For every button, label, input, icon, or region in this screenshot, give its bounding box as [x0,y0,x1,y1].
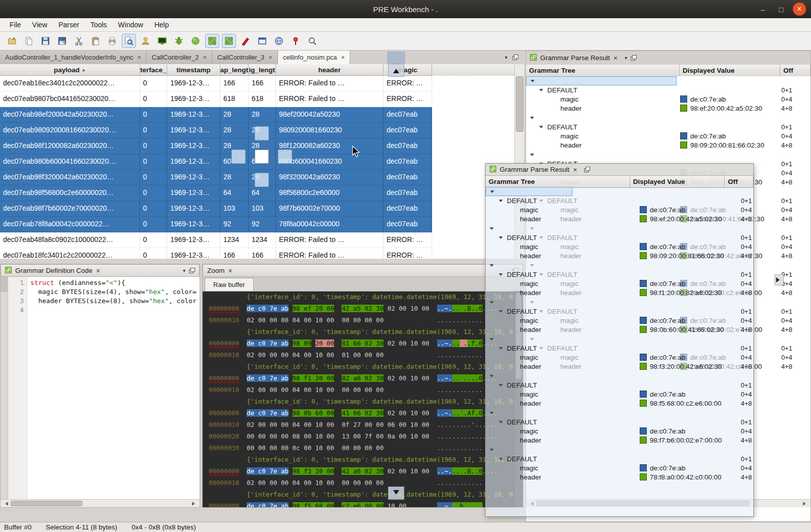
tree-root-row[interactable] [486,187,573,196]
close-icon[interactable]: × [268,54,272,61]
float-panel-icon[interactable] [189,268,195,273]
hex-line[interactable]: 0000002000 00 00 00 08 00 10 00 13 00 7f… [203,430,515,442]
chevron-down-icon[interactable] [539,89,543,93]
menu-item-file[interactable]: File [4,19,27,31]
chevron-down-icon[interactable] [499,273,503,278]
chevron-down-icon[interactable] [531,80,535,84]
tree-column-grammar-tree[interactable]: Grammar Tree [526,65,680,76]
tree-default-row[interactable]: DEFAULT0+1 [486,270,753,279]
chevron-down-icon[interactable] [490,338,494,343]
collapse-panel-icon[interactable] [775,274,784,285]
web-icon[interactable] [272,34,286,48]
search-icon[interactable] [305,34,319,48]
tree-magic-row[interactable]: magicde:c0:7e:ab0+4 [486,316,753,325]
hex-line[interactable]: 00000000de c0 7e ab 98 f1 20 00 82 a6 02… [203,372,515,384]
minimize-button[interactable]: – [756,3,770,16]
save-icon[interactable] [38,34,53,48]
chevron-down-icon[interactable]: ▾ [183,268,185,273]
hex-line[interactable]: 00000000de c0 7e ab 98 ef 20 00 42 a5 02… [203,303,515,314]
tree-default-row[interactable]: DEFAULT0+1 [486,454,753,463]
hex-line[interactable]: 00000000de c0 7e ab 98 f5 68 00 c2 e6 00… [203,500,515,507]
chevron-down-icon[interactable] [530,117,534,121]
code-hscrollbar[interactable] [1,499,200,507]
tree-default-row[interactable]: DEFAULT0+1 [486,344,753,353]
hex-line[interactable]: 0000001002 00 00 00 04 00 10 00 01 00 00… [203,349,515,361]
grammar-panel-icon[interactable] [205,34,219,48]
tab-overflow-icon[interactable]: ▾ [505,55,507,60]
chevron-down-icon[interactable] [490,412,494,416]
table-row[interactable]: dec07eab18ec3401c2c20000022…01969-12-3…1… [0,76,432,91]
tree-root-row[interactable] [486,334,753,344]
tree-default-row[interactable]: DEFAULT0+1 [486,233,753,242]
tree-root-row[interactable] [486,371,753,380]
tree-header-row[interactable]: header98:09:20:00:81:66:02:304+8 [486,251,753,260]
hex-line[interactable]: 0000001002 00 00 00 04 00 10 00 00 00 00… [203,477,515,489]
tree-root-row[interactable] [526,76,677,85]
tree-header-row[interactable]: header98:f1:20:00:82:a6:02:304+8 [486,288,753,297]
parse-result-panel-icon[interactable] [222,34,236,48]
scroll-left-icon[interactable] [3,502,8,506]
column-header-ap_lengt[interactable]: ap_lengt [220,64,249,76]
parse-buffer-icon[interactable] [122,34,136,48]
tree-magic-row[interactable]: magicde:c0:7e:ab0+4 [486,463,753,472]
tree-header-row[interactable]: header98:f3:20:00:42:a6:02:304+8 [486,362,753,371]
table-row[interactable]: dec07eab18fc3401c2c20000022…01969-12-3…1… [0,248,432,259]
chevron-down-icon[interactable]: ▾ [625,55,627,61]
tree-root-row[interactable] [486,261,753,270]
close-icon[interactable]: × [613,54,617,62]
tree-default-row[interactable]: DEFAULT0+1 [526,85,810,94]
tab-CallController_2[interactable]: CallController_2× [147,51,212,64]
column-header-timestamp[interactable]: timestamp [167,64,220,76]
chevron-down-icon[interactable] [490,301,494,306]
close-icon[interactable]: × [137,54,141,61]
table-row[interactable]: dec07eab78f8a00042c0000022…01969-12-3…92… [0,217,432,232]
floating-window-titlebar[interactable]: Grammar Parse Result × [486,164,753,176]
tree-magic-row[interactable]: magicde:c0:7e:ab0+4 [526,94,810,104]
tab-AudioController_1_handleVocoderInfo_sync[interactable]: AudioController_1_handleVocoderInfo_sync… [0,51,147,64]
hex-line[interactable]: 00000000de c0 7e ab 98 f3 20 00 42 a6 02… [203,465,515,477]
new-window-icon[interactable] [255,34,269,48]
chevron-down-icon[interactable] [499,236,503,241]
tree-header-row[interactable]: header98:09:20:00:81:66:02:304+8 [526,140,810,150]
tree-column-displayed-value[interactable]: Displayed Value [630,176,725,187]
tree-magic-row[interactable]: magicde:c0:7e:ab0+4 [486,426,753,436]
tree-default-row[interactable]: DEFAULT0+1 [486,417,753,426]
menu-item-help[interactable]: Help [149,19,174,31]
close-icon[interactable]: × [96,267,100,275]
chevron-down-icon[interactable] [490,449,494,453]
pin-icon[interactable] [289,34,303,48]
paste-icon[interactable] [88,34,103,48]
close-icon[interactable]: × [573,166,577,174]
detach-tab-icon[interactable] [512,55,518,60]
run-icon[interactable] [188,34,203,48]
tree-root-row[interactable] [486,408,753,417]
tree-root-row[interactable] [486,224,753,233]
chevron-down-icon[interactable] [499,421,503,425]
menu-item-parser[interactable]: Parser [53,19,85,31]
table-row[interactable]: dec07eab98f3200042a60230020…01969-12-3…2… [0,170,432,185]
hex-dump-view[interactable]: {'interface_id': 0, 'timestamp': datetim… [203,291,515,507]
chevron-down-icon[interactable] [499,347,503,352]
chevron-down-icon[interactable] [490,227,494,232]
chevron-down-icon[interactable] [499,200,503,204]
scroll-right-icon[interactable] [803,502,808,506]
tree-magic-row[interactable]: magicde:c0:7e:ab0+4 [486,390,753,399]
table-row[interactable]: dec07eab48fa8c0902c10000022…01969-12-3…1… [0,232,432,248]
chevron-down-icon[interactable] [499,310,503,315]
tree-header-row[interactable]: header98:ef:20:00:42:a5:02:304+8 [526,104,810,113]
tree-default-row[interactable]: DEFAULT0+1 [486,196,753,205]
tab-raw-buffer[interactable]: Raw buffer [205,278,254,291]
scrollbar-thumb[interactable] [516,76,523,132]
code-text[interactable]: struct (endianness="<"){ magic BYTES(siz… [27,277,200,500]
marker-icon[interactable] [238,34,253,48]
hex-line[interactable]: 0000001002 00 00 00 04 00 10 00 00 00 00… [203,384,515,396]
menu-item-tools[interactable]: Tools [85,19,113,31]
tree-magic-row[interactable]: magicde:c0:7e:ab0+4 [486,279,753,288]
tree-magic-row[interactable]: magicde:c0:7e:ab0+4 [526,131,810,140]
hex-line[interactable]: 0000003000 00 00 00 0c 00 10 00 00 00 00… [203,442,515,454]
hex-view-icon[interactable] [155,34,169,48]
print-icon[interactable] [105,34,119,48]
tab-CallController_3[interactable]: CallController_3× [212,51,278,64]
chevron-down-icon[interactable] [539,126,543,130]
tree-root-row[interactable] [526,150,810,159]
